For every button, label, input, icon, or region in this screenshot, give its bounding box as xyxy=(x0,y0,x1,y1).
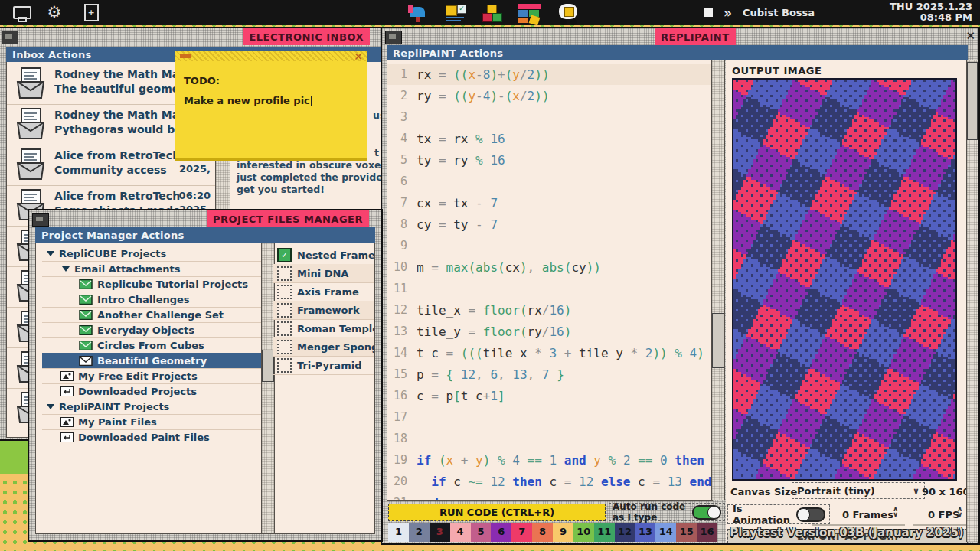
checkbox-unchecked-icon[interactable] xyxy=(277,340,292,354)
tree-item-beautiful-geometry[interactable]: Beautiful Geometry xyxy=(42,353,261,369)
palette-color-4[interactable]: 4 xyxy=(450,523,471,542)
tree-item-my-paint-files[interactable]: My Paint Files xyxy=(42,414,261,430)
file-item-axis-frame[interactable]: Axis Frame xyxy=(273,282,374,302)
palette-color-13[interactable]: 13 xyxy=(635,523,656,542)
tree-item-downloaded-paint-files[interactable]: Downloaded Paint Files xyxy=(42,429,261,445)
palette-color-2[interactable]: 2 xyxy=(409,523,430,542)
code-line-15[interactable]: 15p = { 12, 6, 13, 7 } xyxy=(387,364,712,385)
tree-item-email-attachments[interactable]: Email Attachments xyxy=(42,261,261,277)
project-scrollbar-thumb[interactable] xyxy=(262,350,274,382)
stop-icon[interactable] xyxy=(704,8,713,17)
palette-color-16[interactable]: 16 xyxy=(697,523,717,542)
palette-color-12[interactable]: 12 xyxy=(615,523,635,542)
file-item-nested-frames[interactable]: ✓Nested Frames xyxy=(273,246,374,265)
tree-item-replipaint-projects[interactable]: RepliPAINT Projects xyxy=(42,399,261,415)
checkbox-unchecked-icon[interactable] xyxy=(277,285,292,299)
code-line-4[interactable]: 4tx = rx % 16 xyxy=(387,128,712,149)
checkbox-unchecked-icon[interactable] xyxy=(277,266,292,281)
checkbox-unchecked-icon[interactable] xyxy=(277,321,292,336)
skip-icon[interactable]: » xyxy=(724,5,732,21)
code-scrollbar-thumb[interactable] xyxy=(712,313,724,368)
paint-titlebar[interactable]: REPLIPAINT ✕ xyxy=(382,28,978,45)
tree-item-circles-from-cubes[interactable]: Circles From Cubes xyxy=(42,337,261,354)
palette-color-6[interactable]: 6 xyxy=(491,523,511,542)
paint-actions-header[interactable]: RepliPAINT Actions xyxy=(387,45,968,60)
project-manager-header[interactable]: Project Manager Actions xyxy=(35,227,375,243)
tree-item-my-free-edit-projects[interactable]: My Free Edit Projects xyxy=(42,368,261,384)
code-line-12[interactable]: 12tile_x = floor(rx/16) xyxy=(387,299,712,321)
canvas-size-dropdown[interactable]: Portrait (tiny)∨ xyxy=(792,482,925,499)
tree-item-replicube-projects[interactable]: RepliCUBE Projects xyxy=(42,246,261,262)
sticky-note-header[interactable] xyxy=(175,51,368,61)
code-line-13[interactable]: 13tile_y = floor(ry/16) xyxy=(387,321,712,342)
project-titlebar[interactable]: PROJECT FILES MANAGER xyxy=(29,210,381,227)
computer-icon[interactable] xyxy=(12,4,32,22)
palette-color-11[interactable]: 11 xyxy=(594,523,615,542)
note-line-2[interactable]: Make a new profile pic xyxy=(184,95,312,106)
paint-scrollbar[interactable] xyxy=(966,60,978,542)
code-lines[interactable]: 1rx = ((x-8)+(y/2))2ry = ((y-4)-(x/2))34… xyxy=(387,64,712,501)
file-item-mini-dna[interactable]: Mini DNA xyxy=(273,264,374,283)
code-line-11[interactable]: 11 xyxy=(387,278,712,299)
is-animation-toggle[interactable] xyxy=(796,507,825,522)
palette-color-1[interactable]: 1 xyxy=(388,523,409,542)
frames-stepper[interactable]: ∧∨ xyxy=(893,507,898,517)
window-menu-icon[interactable] xyxy=(32,213,49,227)
palette-color-3[interactable]: 3 xyxy=(430,523,450,542)
file-item-tri-pyramid[interactable]: Tri-Pyramid xyxy=(273,356,374,375)
code-line-19[interactable]: 19if (x + y) % 4 == 1 and y % 2 == 0 the… xyxy=(387,449,712,471)
code-line-20[interactable]: 20 if c ~= 12 then c = 12 else c = 13 en… xyxy=(387,471,712,492)
code-line-5[interactable]: 5ty = ry % 16 xyxy=(387,149,712,171)
palette-color-7[interactable]: 7 xyxy=(511,523,532,542)
tree-item-replicube-tutorial-projects[interactable]: Replicube Tutorial Projects xyxy=(42,276,261,292)
avatar-bot-icon[interactable] xyxy=(556,4,582,22)
code-line-7[interactable]: 7cx = tx - 7 xyxy=(387,192,712,214)
run-code-button[interactable]: RUN CODE (CTRL+R) xyxy=(388,504,606,521)
tree-item-downloaded-projects[interactable]: Downloaded Projects xyxy=(42,383,261,399)
code-line-14[interactable]: 14t_c = (((tile_x * 3 + tile_y * 2)) % 4… xyxy=(387,342,712,364)
mailbox-icon[interactable] xyxy=(407,4,430,22)
checkbox-unchecked-icon[interactable] xyxy=(277,303,292,318)
inbox-window-tab[interactable]: ELECTRONIC INBOX xyxy=(243,28,370,45)
code-line-17[interactable]: 17 xyxy=(387,406,712,428)
project-window-tab[interactable]: PROJECT FILES MANAGER xyxy=(207,210,369,227)
code-line-9[interactable]: 9 xyxy=(387,235,712,256)
code-line-16[interactable]: 16c = p[t_c+1] xyxy=(387,385,712,406)
window-menu-icon[interactable] xyxy=(2,31,18,44)
file-item-framework[interactable]: Framework xyxy=(273,301,374,320)
checkbox-unchecked-icon[interactable] xyxy=(277,358,292,373)
cubes-icon[interactable] xyxy=(481,4,505,22)
window-menu-icon[interactable] xyxy=(385,31,402,44)
palette-grid-icon[interactable] xyxy=(516,4,544,22)
note-line-1[interactable]: TODO: xyxy=(184,75,220,86)
palette-color-8[interactable]: 8 xyxy=(532,523,553,542)
palette-color-15[interactable]: 15 xyxy=(676,523,697,542)
paint-scrollbar-thumb[interactable] xyxy=(967,62,978,140)
sticky-note[interactable]: ✕ TODO: Make a new profile pic xyxy=(175,51,368,161)
file-item-menger-sponge[interactable]: Menger Sponge xyxy=(273,337,374,357)
inbox-titlebar[interactable]: ELECTRONIC INBOX xyxy=(0,28,384,45)
tree-item-another-challenge-set[interactable]: Another Challenge Set xyxy=(42,307,261,323)
close-icon[interactable]: ✕ xyxy=(965,29,975,43)
code-line-21[interactable]: 21end xyxy=(387,492,712,501)
gear-icon[interactable]: ⚙ xyxy=(44,4,64,22)
fps-stepper[interactable]: ∧∨ xyxy=(957,507,962,517)
checkbox-checked-icon[interactable]: ✓ xyxy=(277,248,292,262)
palette-color-10[interactable]: 10 xyxy=(573,523,594,542)
code-line-2[interactable]: 2ry = ((y-4)-(x/2)) xyxy=(387,85,712,106)
palette-color-5[interactable]: 5 xyxy=(471,523,492,542)
code-line-1[interactable]: 1rx = ((x-8)+(y/2)) xyxy=(387,64,712,85)
code-line-18[interactable]: 18 xyxy=(387,428,712,449)
code-line-3[interactable]: 3 xyxy=(387,106,712,128)
new-file-icon[interactable]: + xyxy=(81,4,101,22)
autorun-toggle[interactable] xyxy=(692,505,721,520)
code-line-10[interactable]: 10m = max(abs(cx), abs(cy)) xyxy=(387,256,712,278)
code-line-8[interactable]: 8cy = ty - 7 xyxy=(387,214,712,235)
palette-color-9[interactable]: 9 xyxy=(553,523,573,542)
paint-window-tab[interactable]: REPLIPAINT xyxy=(655,28,736,45)
file-item-roman-temple[interactable]: Roman Temple xyxy=(273,319,374,338)
minimize-icon[interactable] xyxy=(180,54,191,58)
code-line-6[interactable]: 6 xyxy=(387,171,712,192)
code-scrollbar[interactable] xyxy=(711,60,725,500)
palette-color-14[interactable]: 14 xyxy=(655,523,676,542)
